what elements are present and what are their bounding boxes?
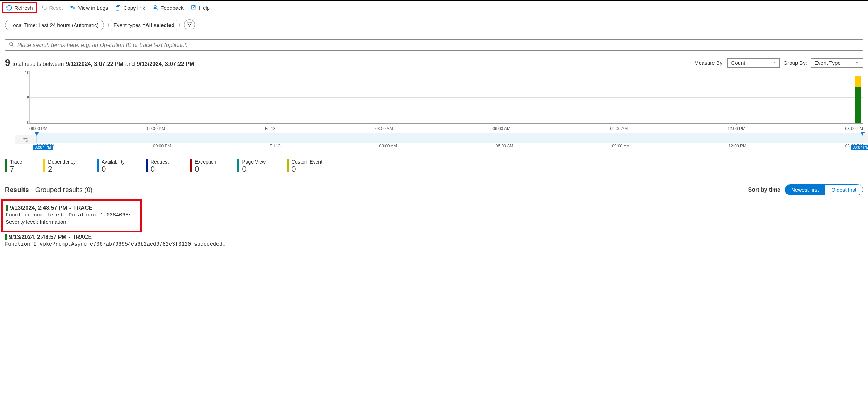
measure-by-label: Measure By:	[694, 60, 724, 66]
legend-label: Exception	[195, 159, 216, 165]
measure-by-dropdown[interactable]: Count	[727, 58, 780, 68]
legend-item[interactable]: Custom Event0	[287, 159, 322, 174]
add-filter-button[interactable]	[184, 19, 195, 30]
legend-color-bar	[190, 159, 192, 172]
filter-row: Local Time: Last 24 hours (Automatic) Ev…	[0, 15, 868, 35]
chevron-down-icon	[772, 60, 776, 66]
event-types-pill[interactable]: Event types = All selected	[108, 20, 180, 30]
y-tick: 0	[27, 120, 29, 125]
measure-by-value: Count	[731, 60, 745, 66]
svg-rect-3	[116, 6, 119, 10]
svg-point-0	[70, 6, 73, 8]
time-range-label: Local Time: Last 24 hours (Automatic)	[10, 22, 99, 28]
feedback-button[interactable]: Feedback	[152, 5, 184, 11]
svg-point-1	[73, 7, 75, 9]
summary-between: total results between	[13, 61, 64, 67]
copy-link-button[interactable]: Copy link	[115, 5, 145, 11]
reset-label: Reset	[49, 5, 63, 11]
sort-by-label: Sort by time	[748, 187, 780, 193]
legend-count: 2	[48, 165, 76, 174]
time-brush[interactable]: 03:07 PM 03:07 PM 06:00 PM 09:00 PM Fri …	[15, 133, 863, 149]
search-input[interactable]	[17, 42, 859, 48]
feedback-label: Feedback	[160, 5, 184, 11]
reset-button[interactable]: Reset	[41, 5, 63, 11]
result-type: TRACE	[73, 234, 92, 240]
tab-grouped-results[interactable]: Grouped results (0)	[35, 186, 93, 194]
timeline-chart[interactable]: 10 5 0 06:00 PM 09:00 PM Fri 13 03:00 AM…	[5, 71, 863, 149]
legend-row: Trace7Dependency2Availability0Request0Ex…	[5, 159, 863, 174]
search-input-wrapper[interactable]	[5, 39, 863, 51]
legend-count: 0	[195, 165, 216, 174]
group-by-dropdown[interactable]: Event Type	[811, 58, 863, 68]
legend-item[interactable]: Page View0	[237, 159, 266, 174]
legend-count: 0	[291, 165, 322, 174]
legend-count: 0	[242, 165, 266, 174]
y-tick: 5	[27, 96, 29, 101]
result-timestamp: 9/13/2024, 2:48:57 PM	[9, 234, 67, 240]
legend-item[interactable]: Availability0	[97, 159, 125, 174]
svg-rect-2	[117, 5, 120, 9]
search-icon	[9, 42, 14, 48]
sort-oldest-button[interactable]: Oldest first	[825, 185, 863, 195]
summary-start: 9/12/2024, 3:07:22 PM	[66, 61, 123, 67]
bar-dependency	[855, 76, 861, 87]
legend-item[interactable]: Trace7	[5, 159, 22, 174]
legend-label: Page View	[242, 159, 266, 165]
result-item[interactable]: 9/13/2024, 2:48:57 PM - TRACEFunction co…	[6, 203, 137, 228]
results-summary: 9 total results between 9/12/2024, 3:07:…	[5, 57, 194, 68]
legend-color-bar	[97, 159, 99, 172]
results-tabs: Results Grouped results (0)	[5, 186, 92, 194]
legend-color-bar	[287, 159, 289, 172]
legend-count: 0	[102, 165, 125, 174]
chevron-down-icon	[855, 60, 859, 66]
view-in-logs-label: View in Logs	[78, 5, 108, 11]
group-by-label: Group By:	[783, 60, 807, 66]
brush-start-time: 03:07 PM	[33, 145, 53, 150]
event-types-prefix: Event types =	[113, 22, 145, 28]
result-timestamp: 9/13/2024, 2:48:57 PM	[10, 205, 67, 211]
help-button[interactable]: Help	[191, 5, 210, 11]
time-range-pill[interactable]: Local Time: Last 24 hours (Automatic)	[5, 20, 104, 30]
legend-label: Availability	[102, 159, 125, 165]
brush-x-axis: 06:00 PM 09:00 PM Fri 13 03:00 AM 06:00 …	[36, 143, 863, 149]
legend-count: 7	[10, 165, 22, 174]
highlighted-result: 9/13/2024, 2:48:57 PM - TRACEFunction co…	[1, 199, 142, 232]
svg-point-4	[154, 6, 156, 8]
legend-color-bar	[237, 159, 239, 172]
refresh-button[interactable]: Refresh	[2, 2, 37, 13]
view-in-logs-button[interactable]: View in Logs	[70, 5, 108, 11]
summary-and: and	[125, 61, 135, 67]
legend-label: Request	[151, 159, 169, 165]
brush-reset-button[interactable]	[15, 135, 36, 144]
bar-stack	[855, 76, 861, 123]
result-item[interactable]: 9/13/2024, 2:48:57 PM - TRACEFunction In…	[5, 232, 863, 251]
total-count: 9	[5, 57, 11, 68]
legend-item[interactable]: Request0	[146, 159, 169, 174]
toolbar: Refresh Reset View in Logs Copy link Fee…	[0, 0, 868, 15]
results-list: 9/13/2024, 2:48:57 PM - TRACEFunction co…	[5, 199, 863, 251]
brush-handle-left[interactable]	[34, 132, 39, 136]
copy-link-icon	[115, 5, 122, 11]
event-types-value: All selected	[145, 22, 174, 28]
legend-item[interactable]: Dependency2	[43, 159, 76, 174]
refresh-icon	[6, 5, 12, 11]
result-type: TRACE	[73, 205, 92, 211]
brush-end-time: 03:07 PM	[851, 145, 868, 150]
funnel-plus-icon	[187, 22, 192, 28]
chart-x-axis: 06:00 PM 09:00 PM Fri 13 03:00 AM 06:00 …	[29, 124, 863, 131]
svg-point-6	[10, 43, 13, 46]
tab-results[interactable]: Results	[5, 186, 29, 194]
y-tick: 10	[25, 70, 29, 75]
legend-label: Custom Event	[291, 159, 322, 165]
legend-color-bar	[43, 159, 45, 172]
legend-label: Dependency	[48, 159, 76, 165]
sort-newest-button[interactable]: Newest first	[785, 185, 825, 195]
result-severity: Severity level: Information	[6, 219, 137, 225]
sort-segmented-control: Newest first Oldest first	[785, 184, 863, 195]
legend-count: 0	[151, 165, 169, 174]
external-link-icon	[191, 5, 197, 11]
feedback-icon	[152, 5, 158, 11]
legend-label: Trace	[10, 159, 22, 165]
help-label: Help	[199, 5, 210, 11]
legend-item[interactable]: Exception0	[190, 159, 216, 174]
